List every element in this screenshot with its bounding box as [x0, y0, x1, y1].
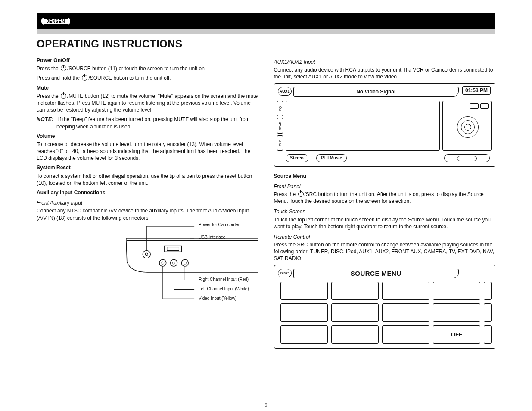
lcd-mockup-aux: AUX1 No Video Signal 01:53 PM EQ REAR Pi… — [274, 83, 496, 167]
src-cell — [433, 303, 480, 322]
src-cell — [331, 303, 379, 322]
hardware-diagram: Power for Camcorder USB Interface Right … — [37, 221, 258, 320]
subhead-touch-screen: Touch Screen — [274, 208, 496, 215]
svg-point-3 — [145, 253, 148, 255]
body-text: To increase or decrease the volume level… — [37, 141, 258, 162]
note-label: NOTE: — [37, 116, 58, 122]
lcd-clock: 01:53 PM — [462, 86, 491, 95]
power-icon — [61, 93, 66, 99]
body-text: Press the SRC button on the remote contr… — [274, 241, 496, 262]
svg-point-7 — [162, 262, 164, 264]
brand-text: JENSEN — [44, 19, 68, 24]
subhead-front-panel: Front Panel — [274, 183, 496, 190]
src-badge: DISC — [278, 269, 292, 277]
lcd-tab-eq: EQ — [277, 101, 283, 116]
section-source-menu: Source Menu — [274, 173, 496, 180]
power-icon — [82, 75, 87, 81]
lcd-footer: Stereo PLII Music — [286, 154, 440, 162]
lcd-bar-button — [444, 154, 490, 162]
svg-point-10 — [181, 259, 188, 266]
src-cell — [331, 282, 379, 300]
lcd-footer-stereo: Stereo — [286, 154, 308, 162]
header-gray-bar — [37, 29, 495, 34]
src-cell — [280, 282, 328, 300]
src-cell — [382, 282, 429, 300]
lcd-tab-rear: REAR — [277, 118, 283, 134]
lcd-side-tabs: EQ REAR PinP — [277, 101, 283, 151]
subhead-aux12: AUX1/AUX2 Input — [274, 59, 496, 65]
note-body: If the "Beep" feature has been turned on… — [56, 116, 250, 129]
section-aux: Auxiliary Input Connections — [37, 189, 258, 196]
body-text: To correct a system halt or other illega… — [37, 173, 258, 187]
lcd-mini-icons — [470, 103, 489, 109]
power-icon — [61, 65, 66, 71]
page-number: 9 — [0, 403, 532, 408]
src-scroll-seg — [484, 282, 492, 300]
section-reset: System Reset — [37, 164, 258, 171]
src-cell — [280, 303, 328, 322]
svg-point-8 — [171, 259, 177, 266]
section-mute: Mute — [37, 84, 258, 91]
page-title: OPERATING INSTRUCTIONS — [37, 38, 183, 50]
svg-rect-5 — [167, 247, 179, 250]
body-text: Connect any audio device with RCA output… — [274, 66, 496, 80]
lcd-dpad — [457, 116, 479, 138]
left-column: Power On/Off Press the /SOURCE button (1… — [37, 55, 258, 398]
src-cell — [382, 325, 429, 344]
src-cell — [331, 325, 379, 344]
diagram-label-usb: USB Interface — [199, 235, 225, 240]
svg-point-9 — [173, 262, 175, 264]
diagram-label-right: Right Channel Input (Red) — [199, 277, 249, 282]
right-column: AUX1/AUX2 Input Connect any audio device… — [274, 55, 496, 398]
body-text: Press the /MUTE button (12) to mute the … — [37, 93, 258, 114]
diagram-label-power: Power for Camcorder — [199, 222, 240, 227]
body-text: Connect any NTSC compatible A/V device t… — [37, 207, 258, 221]
src-scroll-seg — [484, 325, 492, 344]
src-grid: OFF — [280, 282, 481, 344]
diagram-label-video: Video Input (Yellow) — [199, 296, 236, 301]
src-cell — [280, 325, 328, 344]
src-scroll-seg — [484, 303, 492, 322]
lcd-tab-pinp: PinP — [277, 135, 283, 151]
note: NOTE:If the "Beep" feature has been turn… — [56, 116, 258, 130]
diagram-label-left: Left Channel Input (White) — [199, 286, 249, 291]
src-cell — [433, 282, 480, 300]
src-cell — [382, 303, 429, 322]
svg-point-2 — [143, 250, 150, 258]
body-text: Press and hold the /SOURCE button to tur… — [37, 75, 258, 81]
lcd-title: No Video Signal — [293, 87, 459, 97]
body-text: Press the /SRC button to turn the unit o… — [274, 191, 496, 205]
lcd-source-badge: AUX1 — [278, 87, 292, 96]
power-icon — [298, 191, 304, 197]
subhead-front-aux: Front Auxiliary Input — [37, 199, 258, 206]
src-scroll — [484, 282, 492, 344]
svg-point-6 — [159, 259, 166, 266]
header-black-bar: JENSEN — [37, 13, 495, 29]
src-title: SOURCE MENU — [293, 269, 459, 278]
svg-point-11 — [184, 262, 186, 264]
body-text: Touch the top left corner of the touch s… — [274, 216, 496, 230]
lcd-screen-area — [286, 101, 440, 151]
body-text: Press the /SOURCE button (11) or touch t… — [37, 65, 258, 72]
src-cell-off: OFF — [433, 325, 480, 344]
section-volume: Volume — [37, 133, 258, 140]
section-power: Power On/Off — [37, 57, 258, 64]
brand-logo: JENSEN — [40, 17, 72, 25]
subhead-remote: Remote Control — [274, 234, 496, 240]
lcd-footer-plii: PLII Music — [316, 154, 347, 162]
lcd-mockup-source-menu: DISC SOURCE MENU OFF — [274, 265, 496, 349]
